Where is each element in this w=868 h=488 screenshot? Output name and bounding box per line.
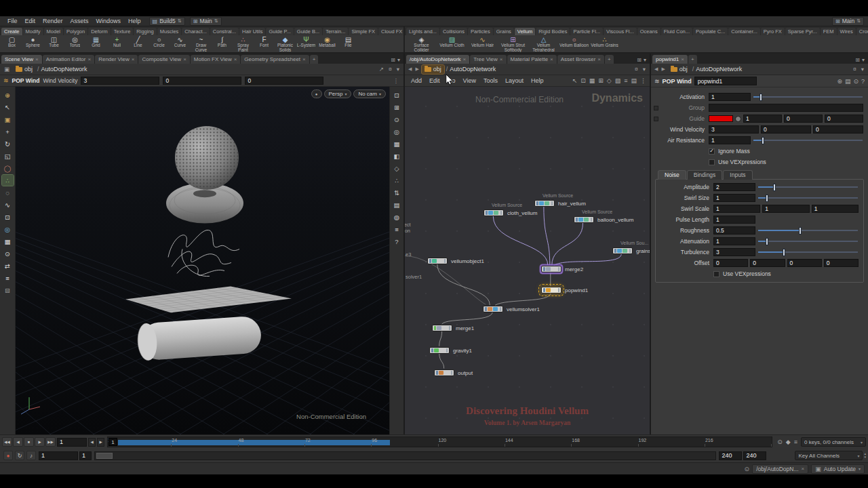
pose-tool-icon[interactable]: ◯: [2, 163, 14, 174]
param-field[interactable]: 0: [784, 115, 823, 123]
shelf-tool-vellum-hair[interactable]: ∿Vellum Hair: [467, 36, 498, 48]
display-normals-icon[interactable]: ⇅: [391, 187, 403, 198]
net-menu-icon[interactable]: ⋮: [639, 77, 647, 84]
close-icon[interactable]: ×: [550, 55, 553, 64]
params-tab-popwind1[interactable]: popwind1 ×: [652, 55, 688, 64]
node-output[interactable]: output: [434, 369, 454, 376]
shelf-tool-null[interactable]: +Null: [106, 36, 127, 48]
chevron-down-icon[interactable]: ▾: [642, 66, 647, 73]
chevron-down-icon[interactable]: ▾: [860, 66, 865, 73]
forward-icon[interactable]: ▶: [414, 66, 419, 72]
shelf-tab-modify[interactable]: Modify: [23, 28, 43, 35]
checkbox-use-vexpressions[interactable]: [709, 159, 715, 165]
param-field[interactable]: 0: [787, 259, 822, 267]
param-tab-inputs[interactable]: Inputs: [723, 170, 752, 180]
pane-tab-animation-editor[interactable]: Animation Editor×: [43, 55, 94, 64]
shelf-tool-metaball[interactable]: ◉Metaball: [317, 36, 338, 48]
close-icon[interactable]: ×: [132, 55, 135, 64]
pane-tab-render-view[interactable]: Render View×: [95, 55, 138, 64]
pane-tab-material-palette[interactable]: Material Palette×: [507, 55, 557, 64]
menu-assets[interactable]: Assets: [67, 18, 92, 24]
shelf-tab-fluid-con[interactable]: Fluid Con...: [661, 28, 692, 35]
menu-render[interactable]: Render: [39, 18, 66, 24]
display-points-icon[interactable]: ∴: [391, 175, 403, 186]
shelf-tab-particles[interactable]: Particles: [468, 28, 493, 35]
go-end-button[interactable]: ▶▶: [45, 437, 56, 447]
net-menu-layout[interactable]: Layout: [502, 77, 527, 84]
select-mode-icon[interactable]: ▣: [2, 114, 14, 125]
shelf-tab-viscous-fl[interactable]: Viscous Fl...: [604, 28, 637, 35]
isolate-tool-icon[interactable]: ⊡: [2, 211, 14, 222]
align-tool-icon[interactable]: ≡: [2, 272, 14, 283]
pane-tab-scene-view[interactable]: Scene View×: [1, 55, 42, 64]
presets-icon[interactable]: ▤: [845, 78, 851, 85]
menu-windows[interactable]: Windows: [93, 18, 125, 24]
current-frame-field[interactable]: 1: [57, 438, 87, 447]
node-grains-vellum[interactable]: Vellum Sou...grains_vellum: [612, 247, 633, 254]
play-button[interactable]: ▶: [35, 437, 45, 447]
network-canvas[interactable]: Non-Commercial Edition Dynamics: [405, 87, 650, 434]
shelf-tab-grains[interactable]: Grains: [494, 28, 514, 35]
translate-tool-icon[interactable]: +: [2, 126, 14, 137]
param-field[interactable]: 1: [709, 93, 751, 101]
param-field[interactable]: 1: [709, 136, 751, 144]
close-icon[interactable]: ×: [802, 466, 805, 472]
node-popwind1[interactable]: popwind1: [541, 287, 561, 293]
param-slider-roughness[interactable]: [758, 226, 858, 235]
net-grid-icon[interactable]: ▦: [589, 77, 596, 84]
help-icon[interactable]: ?: [391, 236, 403, 247]
slider-handle[interactable]: [766, 195, 768, 202]
close-icon[interactable]: ×: [87, 55, 91, 64]
range-start-field[interactable]: 1: [39, 451, 78, 460]
param-toggle[interactable]: [654, 117, 658, 121]
layout-single-icon[interactable]: ⊡: [391, 89, 403, 100]
keyframe-options-icon[interactable]: ◆: [785, 439, 791, 445]
snap-tool-icon[interactable]: ⊙: [2, 248, 14, 259]
pane-tab-composite-view[interactable]: Composite View×: [138, 55, 189, 64]
net-menu-go[interactable]: Go: [444, 77, 459, 84]
color-swatch[interactable]: [709, 115, 733, 122]
path-context-obj[interactable]: obj: [13, 65, 35, 74]
shelf-tab-polygon[interactable]: Polygon: [64, 28, 87, 35]
keys-status-dropdown[interactable]: 0 keys, 0/0 channels ▾: [801, 437, 866, 447]
net-menu-add[interactable]: Add: [408, 77, 425, 84]
go-start-button[interactable]: ◀◀: [2, 437, 12, 447]
node-cloth-vellum[interactable]: Vellum Sourcecloth_vellum: [484, 209, 504, 216]
param-field[interactable]: 3: [713, 248, 755, 256]
param-field[interactable]: 0: [713, 259, 748, 267]
shelf-tab-sparse-pyr[interactable]: Sparse Pyr...: [785, 28, 820, 35]
expand-icon[interactable]: ↗: [378, 66, 385, 73]
param-field[interactable]: 0: [813, 125, 863, 134]
visibility-tool-icon[interactable]: ◎: [2, 224, 14, 235]
node-hair-vellum[interactable]: Vellum Sourcehair_vellum: [534, 200, 555, 207]
update-mode-dropdown[interactable]: ▣ Auto Update ▾: [811, 464, 865, 474]
projection-selector[interactable]: Persp ▾: [324, 89, 352, 98]
gear-icon[interactable]: ⊛: [837, 78, 842, 85]
shelf-tab-deform[interactable]: Deform: [88, 28, 111, 35]
pane-tab-obj-autodopnetwork[interactable]: /obj/AutoDopNetwork×: [406, 55, 469, 64]
template-tool-icon[interactable]: ▦: [2, 236, 14, 247]
playback-range-slider[interactable]: [94, 451, 716, 460]
slider-handle[interactable]: [773, 184, 776, 191]
param-slider-turbulence[interactable]: [758, 248, 858, 257]
timeline-ruler[interactable]: 124487296120144168192216240 1: [107, 436, 772, 447]
net-menu-help[interactable]: Help: [528, 77, 547, 84]
stop-button[interactable]: ■: [24, 437, 34, 447]
search-icon[interactable]: ⊙: [853, 78, 859, 85]
shelf-tab-guide-p[interactable]: Guide P...: [266, 28, 293, 35]
wind-velocity-y-field[interactable]: 0: [163, 77, 241, 85]
shelf-tool-vellum-strut-softbody[interactable]: ⊞Vellum Strut Softbody: [498, 36, 528, 52]
pane-tab-asset-browser[interactable]: Asset Browser×: [557, 55, 604, 64]
grains-tool-icon[interactable]: ∴: [2, 175, 14, 186]
new-pane-tab-button[interactable]: +: [688, 55, 697, 64]
shelf-tab-pyro-fx[interactable]: Pyro FX: [761, 28, 785, 35]
shading-mode-icon[interactable]: ◧: [391, 150, 403, 161]
path-current-network[interactable]: AutoDopNetwork: [450, 66, 496, 73]
node-name-field[interactable]: popwind1: [694, 77, 757, 85]
param-field[interactable]: 2: [713, 183, 755, 191]
node-balloon-vellum[interactable]: Vellum Sourceballoon_vellum: [574, 216, 594, 223]
close-icon[interactable]: ×: [35, 55, 39, 64]
range-end-field[interactable]: 240: [743, 451, 766, 460]
slider-handle[interactable]: [760, 94, 762, 101]
shelf-tool-sphere[interactable]: ●Sphere: [22, 36, 43, 48]
